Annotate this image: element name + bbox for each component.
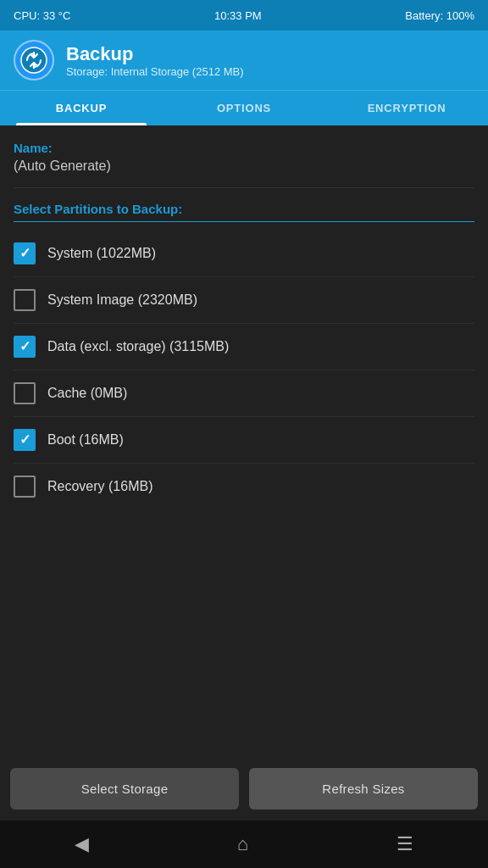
tab-backup[interactable]: BACKUP: [0, 91, 163, 125]
bottom-buttons: Select Storage Refresh Sizes: [0, 756, 488, 821]
select-storage-button[interactable]: Select Storage: [10, 768, 239, 810]
status-bar: CPU: 33 °C 10:33 PM Battery: 100%: [0, 0, 488, 31]
tab-encryption[interactable]: ENCRYPTION: [325, 91, 488, 125]
nav-bar: ◀ ⌂ ☰: [0, 821, 488, 868]
partition-system-image-label: System Image (2320MB): [47, 292, 197, 308]
app-subtitle: Storage: Internal Storage (2512 MB): [66, 65, 244, 78]
partition-recovery-label: Recovery (16MB): [47, 479, 152, 494]
checkbox-system[interactable]: [14, 242, 36, 264]
partition-recovery[interactable]: Recovery (16MB): [14, 464, 474, 509]
partition-system-image[interactable]: System Image (2320MB): [14, 277, 474, 324]
partition-cache[interactable]: Cache (0MB): [14, 370, 474, 417]
app-title-block: Backup Storage: Internal Storage (2512 M…: [66, 43, 244, 78]
checkbox-data[interactable]: [14, 336, 36, 358]
partitions-label: Select Partitions to Backup:: [14, 202, 474, 222]
partition-system-label: System (1022MB): [47, 246, 156, 261]
cpu-indicator: CPU: 33 °C: [14, 9, 70, 22]
partition-system[interactable]: System (1022MB): [14, 231, 474, 277]
partition-boot[interactable]: Boot (16MB): [14, 417, 474, 464]
battery-indicator: Battery: 100%: [405, 9, 474, 22]
back-nav-icon[interactable]: ◀: [58, 825, 106, 864]
app-header: Backup Storage: Internal Storage (2512 M…: [0, 31, 488, 90]
partition-boot-label: Boot (16MB): [47, 432, 124, 448]
home-nav-icon[interactable]: ⌂: [220, 825, 265, 864]
time-display: 10:33 PM: [214, 9, 262, 22]
checkbox-recovery[interactable]: [14, 476, 36, 498]
tab-bar: BACKUP OPTIONS ENCRYPTION: [0, 90, 488, 125]
name-value[interactable]: (Auto Generate): [14, 159, 474, 188]
main-content: Name: (Auto Generate) Select Partitions …: [0, 125, 488, 756]
partition-cache-label: Cache (0MB): [47, 386, 127, 401]
checkbox-system-image[interactable]: [14, 289, 36, 311]
name-label: Name:: [14, 141, 474, 155]
partition-data[interactable]: Data (excl. storage) (3115MB): [14, 324, 474, 370]
checkbox-boot[interactable]: [14, 429, 36, 451]
partition-data-label: Data (excl. storage) (3115MB): [47, 339, 229, 354]
app-icon: [14, 40, 54, 81]
app-title: Backup: [66, 43, 244, 65]
svg-point-0: [21, 47, 47, 73]
refresh-sizes-button[interactable]: Refresh Sizes: [249, 768, 478, 810]
menu-nav-icon[interactable]: ☰: [380, 825, 430, 864]
tab-options[interactable]: OPTIONS: [163, 91, 325, 125]
checkbox-cache[interactable]: [14, 382, 36, 404]
